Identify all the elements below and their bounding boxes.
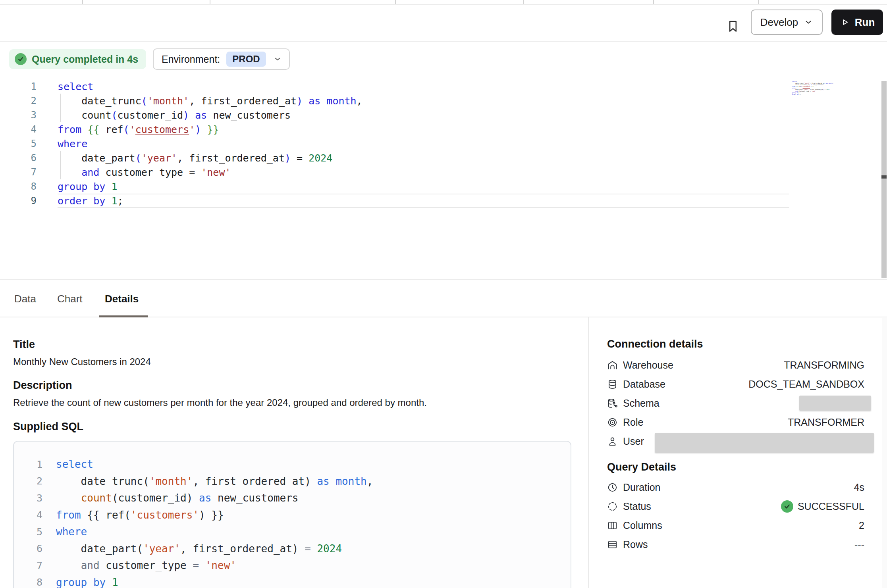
- row-label: Rows: [607, 539, 648, 550]
- tab-details[interactable]: Details: [105, 293, 139, 305]
- row-value-text: SUCCESSFUL: [798, 501, 864, 512]
- row-label: Columns: [607, 520, 662, 531]
- code-text: where: [56, 526, 87, 538]
- user-row: User: [607, 432, 864, 451]
- toolbar: Develop Run: [0, 5, 887, 42]
- environment-label: Environment:: [162, 54, 220, 65]
- line-number: 1: [26, 459, 42, 470]
- tab-divider: [523, 0, 524, 4]
- line-number: 1: [0, 81, 37, 92]
- row-label-text: Rows: [623, 539, 648, 550]
- connection-details-rows: WarehouseTRANSFORMINGDatabaseDOCS_TEAM_S…: [607, 355, 864, 451]
- line-number: 2: [26, 475, 42, 487]
- row-label: User: [607, 436, 644, 447]
- columns-icon: [607, 520, 618, 531]
- duration-value: 4s: [854, 482, 864, 493]
- line-number: 8: [26, 576, 42, 588]
- row-label-text: Warehouse: [623, 359, 673, 371]
- code-text: order by 1;: [58, 194, 789, 208]
- code-line: 2 date_trunc('month', first_ordered_at) …: [0, 94, 789, 108]
- environment-select[interactable]: Environment: PROD: [153, 48, 290, 70]
- duration-icon: [607, 482, 618, 493]
- chevron-down-icon: [273, 55, 282, 63]
- schema-value: [799, 396, 864, 411]
- line-number: 3: [26, 492, 42, 504]
- develop-label: Develop: [760, 16, 798, 29]
- user-value: [655, 430, 864, 453]
- run-button[interactable]: Run: [831, 10, 883, 35]
- tab-divider: [653, 0, 654, 4]
- code-line: 3 count(customer_id) as new_customers: [0, 108, 789, 122]
- query-details-heading: Query Details: [607, 461, 864, 478]
- query-details-rows: Duration4sStatusSUCCESSFULColumns2Rows--…: [607, 478, 864, 554]
- chevron-down-icon: [804, 17, 813, 27]
- row-value-text: 4s: [854, 482, 864, 493]
- rows-row: Rows---: [607, 535, 864, 554]
- success-check-icon: [781, 500, 793, 513]
- tab-divider: [210, 0, 210, 4]
- code-text: where: [58, 136, 789, 151]
- code-line: order by 1;: [792, 94, 837, 95]
- code-line: 4from {{ ref('customers') }}: [26, 507, 571, 524]
- code-text: count(customer_id) as new_customers: [56, 492, 299, 504]
- columns-value: 2: [859, 520, 864, 531]
- warehouse-row: WarehouseTRANSFORMING: [607, 355, 864, 375]
- code-line: 9order by 1;: [0, 194, 789, 208]
- check-circle-icon: [15, 53, 27, 65]
- line-number: 7: [26, 560, 42, 571]
- description-heading: Description: [13, 379, 72, 392]
- user-icon: [607, 436, 618, 447]
- row-value-text: DOCS_TEAM_SANDBOX: [748, 379, 864, 390]
- tab-chart[interactable]: Chart: [57, 293, 83, 305]
- code-text: group by 1: [56, 576, 118, 588]
- code-line: 5where: [0, 136, 789, 151]
- status-icon: [607, 501, 618, 512]
- line-number: 3: [0, 110, 37, 121]
- line-number: 9: [0, 195, 37, 206]
- tab-divider: [82, 0, 83, 4]
- row-label-text: Schema: [623, 398, 659, 409]
- row-label-text: Columns: [623, 520, 662, 531]
- code-text: date_part('year', first_ordered_at) = 20…: [56, 543, 342, 555]
- row-label: Status: [607, 501, 651, 512]
- rows-value: ---: [854, 539, 864, 550]
- sql-editor[interactable]: 1select2 date_trunc('month', first_order…: [0, 75, 887, 279]
- environment-value-chip: PROD: [226, 52, 266, 67]
- code-line: 7 and customer_type = 'new': [0, 165, 789, 179]
- row-label-text: Database: [623, 379, 665, 390]
- row-label-text: Status: [623, 501, 651, 512]
- row-label-text: User: [623, 436, 644, 447]
- play-icon: [840, 17, 850, 27]
- query-status-pill: Query completed in 4s: [9, 49, 146, 69]
- row-value-text: ---: [854, 539, 864, 550]
- bookmark-button[interactable]: [722, 15, 744, 38]
- code-line: 1select: [0, 79, 789, 94]
- develop-dropdown-button[interactable]: Develop: [751, 10, 823, 35]
- code-line: 3 count(customer_id) as new_customers: [26, 490, 571, 507]
- scrollbar-cursor-mark: [881, 175, 887, 179]
- bookmark-icon: [726, 18, 740, 35]
- code-text: select: [58, 79, 789, 94]
- code-text: from {{ ref('customers') }}: [56, 509, 224, 521]
- row-label: Warehouse: [607, 359, 673, 371]
- active-tab-underline: [99, 315, 148, 317]
- columns-row: Columns2: [607, 516, 864, 535]
- code-line: 8group by 1: [26, 574, 571, 588]
- line-number: 4: [0, 124, 37, 135]
- role-icon: [607, 417, 618, 428]
- rows-icon: [607, 539, 618, 550]
- editor-code[interactable]: 1select2 date_trunc('month', first_order…: [0, 79, 789, 208]
- line-number: 5: [0, 138, 37, 149]
- code-text: and customer_type = 'new': [58, 165, 789, 179]
- schema-row: Schema: [607, 394, 864, 413]
- schema-redacted-block: [799, 396, 871, 411]
- warehouse-icon: [607, 360, 618, 371]
- line-number: 8: [0, 181, 37, 192]
- editor-scrollbar[interactable]: [881, 81, 887, 278]
- code-text: count(customer_id) as new_customers: [58, 108, 789, 122]
- row-value-text: TRANSFORMING: [784, 359, 864, 371]
- panel-scrollbar-gutter[interactable]: [882, 318, 887, 588]
- code-text: order by 1;: [792, 94, 801, 95]
- editor-minimap[interactable]: select date_trunc('month', first_ordered…: [792, 81, 837, 100]
- tab-data[interactable]: Data: [14, 293, 36, 305]
